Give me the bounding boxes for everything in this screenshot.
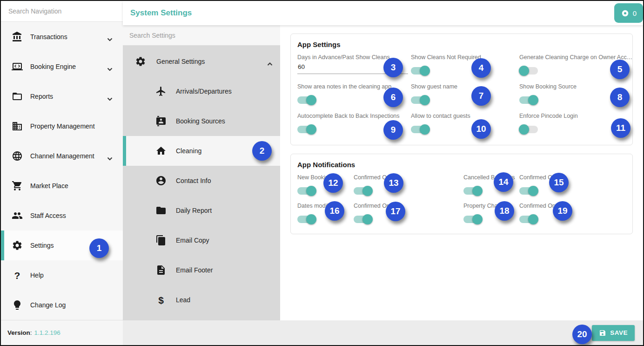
sidebar-item-property-management[interactable]: Property Management: [1, 111, 123, 141]
step-badge-7: 7: [471, 86, 491, 106]
step-badge-6: 6: [383, 88, 403, 107]
step-badge-16: 16: [325, 201, 344, 221]
search-settings-input[interactable]: [128, 31, 275, 40]
autocomplete-back-to-back-inspections-toggle[interactable]: [297, 126, 316, 133]
chevron-down-icon: [107, 95, 113, 98]
confirmed-only-toggle[interactable]: [354, 187, 372, 195]
sidebar-item-change-log[interactable]: Change Log: [1, 290, 123, 320]
new-bookings-toggle[interactable]: [297, 187, 316, 195]
step-badge-13: 13: [384, 173, 403, 193]
generate-cleaning-charge-on-owner-acc-toggle[interactable]: [519, 67, 538, 75]
page-title: System Settings: [130, 8, 192, 18]
field-allow-to-contact-guests: Allow to contact guests: [411, 111, 519, 140]
toggle-thumb: [362, 186, 373, 196]
settings-nav-item-email-footer[interactable]: Email Footer: [123, 255, 280, 285]
toggle-wrap: [411, 126, 516, 135]
folder-icon: [155, 205, 167, 216]
version-value: 1.1.2.196: [34, 329, 60, 336]
bottom-bar: SAVE: [123, 320, 643, 345]
show-cleans-not-required-toggle[interactable]: [411, 67, 429, 75]
sidebar-item-label: Change Log: [30, 301, 66, 309]
toggle-thumb: [528, 95, 538, 105]
show-guest-name-toggle[interactable]: [411, 96, 429, 104]
step-badge-12: 12: [323, 173, 343, 193]
toggle-thumb: [519, 66, 529, 76]
settings-nav-item-arrivals-departures[interactable]: Arrivals/Departures: [123, 76, 280, 106]
field-confirmed-only: Confirmed Only: [354, 201, 463, 229]
save-label: SAVE: [610, 329, 628, 336]
counter-button[interactable]: 0: [614, 3, 643, 23]
sidebar-item-label: Booking Engine: [30, 63, 76, 70]
field-show-cleans-not-required: Show Cleans Not Required: [411, 52, 519, 81]
copy-icon: [155, 235, 167, 246]
toggle-thumb: [528, 214, 538, 224]
toggle-thumb: [362, 214, 373, 224]
sidebar-item-label: Reports: [30, 93, 53, 100]
settings-nav-label: General Settings: [156, 58, 205, 65]
property-changes-toggle[interactable]: [463, 216, 482, 223]
folder-open-icon: [12, 91, 23, 102]
main-navigation: TransactionsBooking EngineReportsPropert…: [1, 22, 123, 320]
lightbulb-icon: [12, 299, 23, 311]
gear-icon: [135, 56, 146, 67]
toggle-thumb: [306, 186, 316, 196]
sidebar-item-market-place[interactable]: Market Place: [1, 171, 123, 201]
building-icon: [12, 121, 23, 132]
contact-book-icon: [155, 115, 167, 127]
confirmed-only-toggle[interactable]: [519, 216, 538, 223]
toggle-wrap: [519, 216, 622, 225]
field-confirmed-only: Confirmed Only: [354, 172, 463, 201]
app-window: TransactionsBooking EngineReportsPropert…: [0, 0, 644, 346]
settings-nav-label: Arrivals/Departures: [176, 88, 232, 95]
cart-icon: [12, 180, 23, 191]
cancelled-bookings-toggle[interactable]: [463, 187, 482, 195]
enforce-pincode-login-toggle[interactable]: [519, 126, 538, 133]
question-icon: ?: [12, 270, 23, 281]
person-circle-icon: [155, 175, 167, 186]
search-navigation-bar: [1, 1, 123, 22]
globe-icon: [12, 150, 23, 162]
dates-modified-toggle[interactable]: [297, 216, 316, 223]
sidebar-item-reports[interactable]: Reports: [1, 81, 123, 111]
field-confirmed-only: Confirmed Only: [519, 172, 626, 201]
right-region: System Settings 0 General SettingsArriva…: [123, 1, 643, 345]
search-navigation-input[interactable]: [7, 7, 116, 15]
settings-nav-label: Cleaning: [176, 147, 201, 155]
app-notifications-grid: New BookingsConfirmed OnlyCancelled Book…: [297, 172, 626, 229]
step-badge-1: 1: [89, 238, 109, 258]
allow-to-contact-guests-toggle[interactable]: [411, 126, 429, 133]
step-badge-15: 15: [549, 173, 569, 192]
settings-nav-label: Contact Info: [176, 177, 211, 184]
step-badge-9: 9: [383, 120, 403, 140]
sidebar-item-help[interactable]: ?Help: [1, 260, 123, 290]
sidebar-item-label: Transactions: [30, 33, 67, 41]
toggle-wrap: [519, 187, 622, 197]
settings-nav-item-email-copy[interactable]: Email Copy: [123, 225, 280, 255]
app-settings-card: App Settings Days in Advance/Past Show C…: [290, 34, 633, 145]
sidebar-item-staff-access[interactable]: Staff Access: [1, 201, 123, 231]
confirmed-only-toggle[interactable]: [354, 216, 372, 223]
sidebar-item-booking-engine[interactable]: Booking Engine: [1, 52, 123, 81]
show-booking-source-toggle[interactable]: [519, 96, 538, 104]
confirmed-only-toggle[interactable]: [519, 187, 538, 195]
field-confirmed-only: Confirmed Only: [519, 201, 626, 229]
settings-nav-item-daily-report[interactable]: Daily Report: [123, 196, 280, 225]
dollar-icon: $: [155, 294, 167, 305]
app-settings-grid: Days in Advance/Past Show CleansShow Cle…: [297, 52, 626, 140]
chevron-up-icon: [267, 60, 273, 63]
record-icon: [621, 9, 630, 18]
sidebar-item-channel-management[interactable]: Channel Management: [1, 141, 123, 171]
save-button[interactable]: SAVE: [592, 325, 635, 341]
settings-nav-item-contact-info[interactable]: Contact Info: [123, 166, 280, 196]
show-area-notes-in-the-cleaning-app-toggle[interactable]: [297, 96, 316, 104]
settings-nav-item-general-settings[interactable]: General Settings: [123, 47, 280, 76]
settings-nav-item-lead[interactable]: $Lead: [123, 285, 280, 315]
step-badge-14: 14: [494, 172, 513, 192]
sidebar-item-label: Channel Management: [30, 152, 94, 160]
app-notifications-title: App Notifications: [297, 161, 626, 169]
settings-nav-item-booking-sources[interactable]: Booking Sources: [123, 106, 280, 136]
field-label: Show guest name: [411, 83, 516, 90]
sidebar-item-label: Settings: [30, 242, 54, 249]
gear-icon: [12, 240, 23, 251]
sidebar-item-transactions[interactable]: Transactions: [1, 22, 123, 52]
